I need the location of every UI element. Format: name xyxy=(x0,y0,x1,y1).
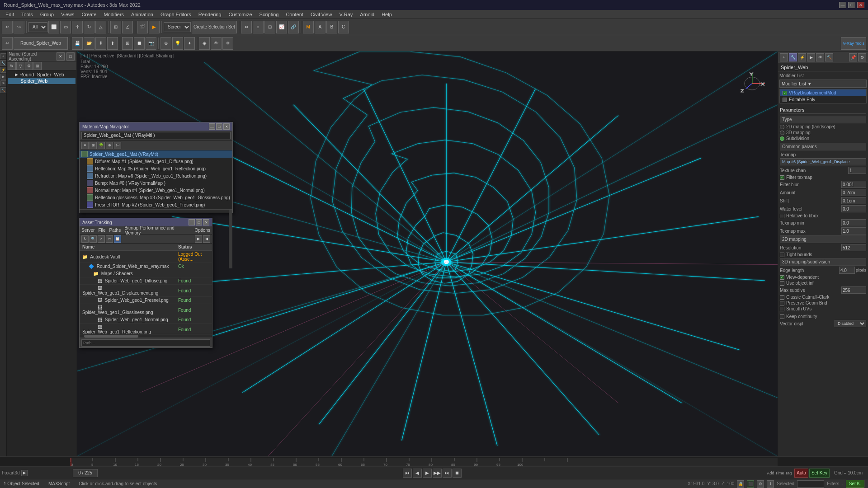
export-btn[interactable]: ⬆ xyxy=(107,37,118,50)
info-btn[interactable]: ℹ xyxy=(767,480,774,488)
smooth-uvs-check[interactable]: Smooth UVs xyxy=(780,306,866,311)
at-row-maps-folder[interactable]: 📁 Maps / Shaders xyxy=(80,270,212,277)
tree-item-spiderweb[interactable]: Spider_Web xyxy=(8,78,75,84)
camera-btn[interactable]: 📷 xyxy=(146,37,156,50)
window-controls[interactable]: — □ ✕ xyxy=(839,2,864,8)
menu-arnold[interactable]: Arnold xyxy=(356,11,378,18)
radio-2d-mapping[interactable]: 2D mapping (landscape) xyxy=(780,124,866,129)
use-object-infl-checkbox[interactable] xyxy=(780,281,784,286)
mat-nav-close[interactable]: ✕ xyxy=(223,123,230,130)
stop-btn[interactable]: ⏹ xyxy=(453,469,462,478)
ortho-btn[interactable]: 🔲 xyxy=(134,37,145,50)
radio-3d-mapping[interactable]: 3D mapping xyxy=(780,130,866,135)
menu-modifiers[interactable]: Modifiers xyxy=(100,11,127,18)
save-btn[interactable]: 💾 xyxy=(72,37,83,50)
at-row-vault[interactable]: 📁 Autodesk Vault Logged Out (Asse... xyxy=(80,251,212,263)
xform-btn[interactable]: ⊕ xyxy=(160,37,171,50)
modifier-dropdown[interactable]: Modifier List ▼ xyxy=(779,80,867,88)
at-col-status[interactable]: Status xyxy=(175,244,212,251)
rp-settings-btn[interactable]: ⚙ xyxy=(858,53,866,61)
mat-item-5[interactable]: Normal map: Map #4 (Spider_Web_geo1_Norm… xyxy=(80,187,232,194)
display-icon[interactable]: 👁 xyxy=(0,80,6,86)
menu-rendering[interactable]: Rendering xyxy=(195,11,225,18)
sidebar-pin-btn[interactable]: □ xyxy=(66,52,75,61)
play-btn[interactable]: ▶ xyxy=(423,469,432,478)
mod-poly-checkbox[interactable] xyxy=(783,98,787,102)
light-btn[interactable]: 💡 xyxy=(172,37,183,50)
modify-icon[interactable]: 🔧 xyxy=(0,60,6,66)
material-editor-btn[interactable]: M xyxy=(303,21,314,33)
utilities-icon[interactable]: 🔨 xyxy=(0,87,6,93)
set-key-right-btn[interactable]: Set K. xyxy=(846,480,864,488)
sidebar-close-btn[interactable]: ✕ xyxy=(57,52,65,61)
3d-mapping-subdiv-section[interactable]: 3D mapping/subdivision xyxy=(780,258,866,266)
at-row-normal[interactable]: 🖼 Spider_Web_geo1_Normal.png Found xyxy=(80,316,212,324)
scene-undo-btn[interactable]: ↩ xyxy=(2,37,13,50)
rp-motion-btn[interactable]: ▶ xyxy=(807,53,815,61)
menu-tools[interactable]: Tools xyxy=(18,11,37,18)
at-col-name[interactable]: Name xyxy=(80,244,175,251)
keep-continuity-check[interactable]: Keep continuity xyxy=(780,314,866,319)
menu-scripting[interactable]: Scripting xyxy=(256,11,283,18)
relative-bbox-checkbox[interactable] xyxy=(780,214,784,218)
at-row-diffuse[interactable]: 🖼 Spider_Web_geo1_Diffuse.png Found xyxy=(80,277,212,285)
settings-btn[interactable]: ⚙ xyxy=(757,480,764,488)
view-dependent-check[interactable]: ✓ View-dependent xyxy=(780,275,866,280)
isolate-btn[interactable]: ◉ xyxy=(199,37,210,50)
mat-list-area[interactable]: Spider_Web_geo1_Mat (VRayMtl) Diffuse: M… xyxy=(80,150,232,209)
mat-nav-maximize[interactable]: □ xyxy=(216,123,222,130)
timeline-ruler[interactable]: 0 5 10 15 20 25 30 35 40 45 50 55 60 65 … xyxy=(70,458,778,466)
auto-key-btn[interactable]: Auto xyxy=(794,469,808,478)
at-resolve-btn[interactable]: ✓ xyxy=(98,235,105,243)
mat-item-7[interactable]: Fresnel IOR: Map #2 (Spider_Web_geo1_Fre… xyxy=(80,201,232,208)
tree-item-root[interactable]: ▶ Round_Spider_Web xyxy=(8,71,75,78)
menu-graph-editors[interactable]: Graph Editors xyxy=(157,11,195,18)
at-menu-options[interactable]: Options xyxy=(195,228,210,233)
filter-blur-input[interactable] xyxy=(841,181,866,188)
at-refresh-btn[interactable]: ↻ xyxy=(81,235,89,243)
modifier-vray-disp[interactable]: ✓ VRayDisplacementMod xyxy=(780,89,866,96)
at-path-input[interactable] xyxy=(81,339,210,347)
minimize-btn[interactable]: — xyxy=(839,2,846,8)
mat-nav-title-bar[interactable]: Material/Map Navigator — □ ✕ xyxy=(80,122,232,131)
mat-item-6[interactable]: Reflection glossiness: Map #3 (Spider_We… xyxy=(80,194,232,201)
texture-chan-input[interactable] xyxy=(848,167,866,174)
vector-displ-select[interactable]: Disabled xyxy=(835,320,866,327)
resolution-input[interactable] xyxy=(841,244,866,251)
at-minimize[interactable]: — xyxy=(189,219,195,225)
3d-mapping-section[interactable]: 2D mapping xyxy=(780,235,866,243)
modifier-editable-poly[interactable]: Editable Poly xyxy=(780,96,866,103)
render-preset-select[interactable]: Screen xyxy=(164,22,191,32)
keep-continuity-checkbox[interactable] xyxy=(780,314,784,319)
texmap-min-input[interactable] xyxy=(841,219,866,226)
sb-config-btn[interactable]: ⚙ xyxy=(25,62,33,70)
texmap-max-input[interactable] xyxy=(841,227,866,235)
lock-btn[interactable]: 🔒 xyxy=(737,480,744,488)
water-level-input[interactable] xyxy=(841,205,866,212)
move-btn[interactable]: ✛ xyxy=(72,21,83,33)
at-menu-file[interactable]: File xyxy=(98,228,105,233)
rp-utils-btn[interactable]: 🔨 xyxy=(825,53,833,61)
classic-catmull-checkbox[interactable] xyxy=(780,295,784,300)
sb-col-btn[interactable]: ⊞ xyxy=(33,62,42,70)
max-subdivs-input[interactable] xyxy=(841,286,866,294)
preserve-geom-checkbox[interactable] xyxy=(780,301,784,305)
edge-length-input[interactable] xyxy=(839,267,855,274)
create-icon[interactable]: + xyxy=(0,53,6,59)
mat-search-input[interactable] xyxy=(81,132,231,139)
at-right-btn1[interactable]: ▶ xyxy=(195,235,202,243)
menu-civil-view[interactable]: Civil View xyxy=(307,11,335,18)
menu-views[interactable]: Views xyxy=(57,11,78,18)
at-row-fresnel[interactable]: 🖼 Spider_Web_geo1_Fresnel.png Found xyxy=(80,297,212,304)
schematic-btn[interactable]: 🔗 xyxy=(288,21,299,33)
at-scrollbar[interactable] xyxy=(80,334,212,338)
shift-input[interactable] xyxy=(841,197,866,204)
sb-refresh-btn[interactable]: ↻ xyxy=(8,62,16,70)
goto-end-btn[interactable]: ⏭ xyxy=(443,469,452,478)
common-params-section[interactable]: Common params xyxy=(780,143,866,150)
menu-animation[interactable]: Animation xyxy=(127,11,157,18)
texmap-value[interactable]: Map #6 (Spider_Web_geo1_Displace xyxy=(780,158,866,165)
at-strip-btn[interactable]: ✂ xyxy=(106,235,113,243)
rp-create-btn[interactable]: + xyxy=(780,53,788,61)
rp-display-btn[interactable]: 👁 xyxy=(816,53,824,61)
